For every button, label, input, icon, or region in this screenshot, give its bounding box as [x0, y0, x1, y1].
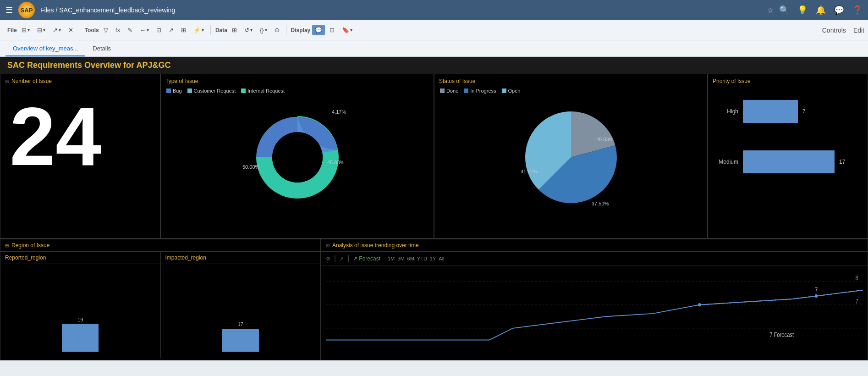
reported-bar: [62, 324, 99, 352]
data-grid-button[interactable]: ⊞: [229, 25, 240, 35]
bookmark-button[interactable]: 🔖▾: [339, 25, 355, 35]
plugin-button[interactable]: ⚡▾: [191, 25, 207, 35]
chat-icon[interactable]: 💬: [834, 5, 844, 15]
priority-bars-container: High 7 Medium 17: [708, 86, 868, 187]
toolbar-section-display: Display 💬 ⊡ 🔖▾: [287, 25, 360, 35]
search-icon[interactable]: 🔍: [779, 5, 789, 15]
issue-count: 24: [0, 86, 160, 178]
forecast-annotation: 7 Forecast: [769, 331, 794, 339]
sap-logo: SAP: [18, 2, 35, 18]
legend-internal: Internal Request: [241, 88, 285, 94]
comment-display-button[interactable]: 💬: [312, 25, 325, 35]
panel-trending: ⊞ Analysis of issue trending over time ⚙…: [321, 239, 868, 360]
panel-status-of-issue: Status of Issue Done In Progress Open: [434, 74, 708, 238]
type-label-4: 4.17%: [332, 109, 346, 115]
panel-type-title: Type of Issue: [161, 74, 434, 86]
time-ytd[interactable]: YTD: [417, 256, 427, 261]
panel-number-of-issue: ⊞ Number of Issue 24: [0, 74, 160, 238]
time-1y[interactable]: 1Y: [430, 256, 436, 261]
toolbar-section-data: Data ⊞ ↺▾ {}▾ ⊙: [212, 25, 286, 35]
grid-button[interactable]: ⊡: [154, 25, 164, 35]
controls-edit-section: Controls Edit: [822, 27, 864, 34]
svg-point-7: [815, 294, 818, 298]
save-button[interactable]: ⊞▾: [19, 25, 33, 35]
copy-button[interactable]: ⊟▾: [34, 25, 48, 35]
trending-controls: ⚙ | ↗ | ↗ Forecast 1M 3M 6M YTD 1Y All: [321, 252, 868, 266]
legend-bug-dot: [166, 88, 171, 93]
share-button[interactable]: ↗▾: [50, 25, 64, 35]
tab-details[interactable]: Details: [85, 41, 118, 56]
status-label-37: 37.50%: [592, 201, 609, 206]
type-label-45: 45.83%: [327, 160, 345, 165]
svg-point-6: [698, 303, 701, 307]
formula-button[interactable]: fx: [113, 25, 123, 35]
edit-button[interactable]: ✎: [125, 25, 135, 35]
legend-bug: Bug: [166, 88, 182, 94]
tools-label: Tools: [85, 27, 99, 33]
time-all[interactable]: All: [439, 256, 444, 261]
time-3m[interactable]: 3M: [397, 256, 404, 261]
toolbar: File ⊞▾ ⊟▾ ↗▾ ✕ Tools ▽ fx ✎ ←▾ ⊡ ↗ ⊞ ⚡▾…: [0, 20, 868, 40]
code-button[interactable]: {}▾: [257, 25, 270, 35]
toolbar-section-tools: Tools ▽ fx ✎ ←▾ ⊡ ↗ ⊞ ⚡▾: [81, 25, 211, 35]
controls-link[interactable]: Controls: [822, 27, 846, 34]
help-icon[interactable]: ❓: [852, 5, 863, 15]
table-button[interactable]: ⊞: [178, 25, 189, 35]
refresh-button[interactable]: ↺▾: [242, 25, 255, 35]
breadcrumb: Files / SAC_enhancement_feedback_reviewi…: [40, 6, 762, 14]
undo-button[interactable]: ←▾: [137, 25, 152, 35]
panel-number-title: ⊞ Number of Issue: [0, 74, 160, 86]
type-label-50: 50.00%: [242, 164, 260, 170]
arrow-button[interactable]: ↗: [166, 25, 176, 35]
trending-header: ⊞ Analysis of issue trending over time: [321, 239, 868, 252]
panel-number-icon: ⊞: [5, 79, 9, 84]
bottom-row: ⊞ Region of Issue Reported_region 19 Imp…: [0, 239, 868, 360]
reported-region-title: Reported_region: [0, 252, 160, 264]
dashboard: SAC Requirements Overview for APJ&GC ⊞ N…: [0, 57, 868, 360]
priority-high-row: High 7: [715, 100, 860, 123]
svg-point-0: [272, 132, 323, 182]
trending-icon2[interactable]: ↗: [340, 256, 344, 262]
priority-high-value: 7: [802, 108, 806, 115]
edit-link[interactable]: Edit: [853, 27, 864, 34]
svg-text:8: 8: [856, 274, 858, 282]
star-icon[interactable]: ☆: [767, 6, 774, 15]
line-chart-area: 8 7 7 7 Forecast: [321, 266, 868, 355]
breadcrumb-current[interactable]: SAC_enhancement_feedback_reviewing: [59, 6, 175, 14]
svg-text:7: 7: [815, 286, 818, 293]
data-label: Data: [215, 27, 227, 33]
legend-inprogress: In Progress: [464, 88, 496, 94]
legend-done: Done: [440, 88, 458, 94]
region-title: ⊞ Region of Issue: [0, 239, 320, 252]
trending-icon: ⊞: [326, 243, 330, 248]
legend-customer: Customer Request: [187, 88, 236, 94]
status-pie-chart: 20.83% 41.67% 37.50%: [434, 95, 707, 215]
history-button[interactable]: ⊙: [272, 25, 282, 35]
notification-icon[interactable]: 🔔: [816, 5, 826, 15]
lightbulb-icon[interactable]: 💡: [797, 5, 808, 15]
time-6m[interactable]: 6M: [407, 256, 414, 261]
panel-status-title: Status of Issue: [434, 74, 707, 86]
legend-customer-dot: [187, 88, 192, 93]
status-legend: Done In Progress Open: [434, 86, 707, 95]
type-legend: Bug Customer Request Internal Request: [161, 86, 434, 95]
tab-bar: Overview of key_meas... Details: [0, 40, 868, 57]
tab-overview[interactable]: Overview of key_meas...: [5, 41, 85, 56]
legend-done-dot: [440, 88, 445, 93]
legend-open-dot: [502, 88, 506, 93]
panel-region-of-issue: ⊞ Region of Issue Reported_region 19 Imp…: [0, 239, 321, 360]
forecast-button[interactable]: ↗ Forecast: [353, 255, 380, 262]
panel-type-of-issue: Type of Issue Bug Customer Request Inter…: [160, 74, 434, 238]
hamburger-icon[interactable]: ☰: [5, 5, 13, 15]
breadcrumb-files[interactable]: Files: [40, 6, 54, 14]
status-label-20: 20.83%: [596, 137, 614, 142]
settings-icon[interactable]: ⚙: [326, 256, 330, 262]
legend-inprogress-dot: [464, 88, 468, 93]
priority-medium-value: 17: [839, 159, 845, 165]
filter-button[interactable]: ▽: [101, 25, 111, 35]
time-1m[interactable]: 1M: [388, 256, 395, 261]
svg-text:7: 7: [856, 298, 858, 305]
reported-region-bar-area: 19: [0, 264, 160, 356]
fullscreen-button[interactable]: ⊡: [327, 25, 337, 35]
close-button[interactable]: ✕: [66, 25, 76, 35]
